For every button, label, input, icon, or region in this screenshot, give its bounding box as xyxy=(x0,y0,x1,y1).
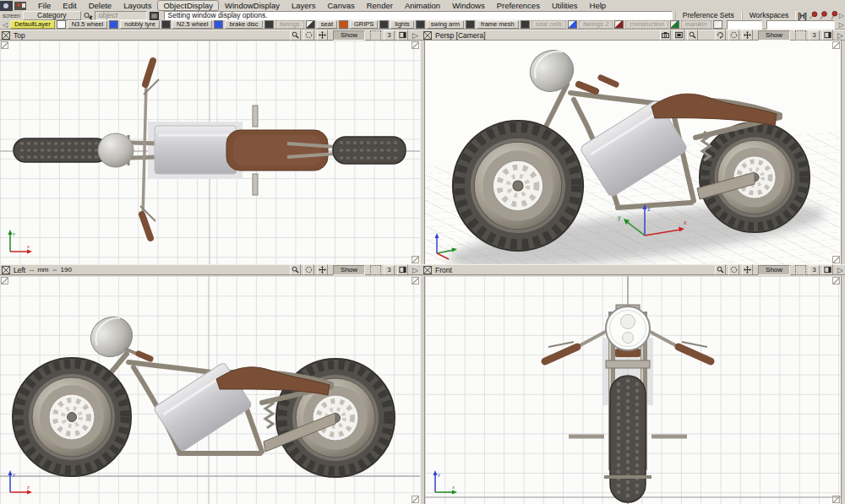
viewport-corner-handle[interactable] xyxy=(832,496,840,503)
pan-icon[interactable] xyxy=(317,264,328,275)
pan-icon[interactable] xyxy=(742,30,753,41)
layer-chip-fairings[interactable]: fairings xyxy=(275,20,304,29)
viewport-corner-handle[interactable] xyxy=(1,277,8,285)
layer-chip-nobbly-tyre[interactable]: nobbly tyre xyxy=(120,20,160,29)
three-button[interactable]: 3 xyxy=(384,265,395,275)
orbit-icon[interactable] xyxy=(728,264,739,275)
pin-icon[interactable] xyxy=(828,11,838,20)
viewport-corner-icon[interactable] xyxy=(423,31,432,40)
viewport-corner-handle[interactable] xyxy=(412,256,419,263)
orbit-icon[interactable] xyxy=(728,30,739,41)
display-set-button[interactable] xyxy=(370,265,381,275)
viewport-corner-handle[interactable] xyxy=(832,277,840,285)
three-button[interactable]: 3 xyxy=(384,30,395,41)
layer-extra-field[interactable] xyxy=(766,20,835,30)
viewport-splitter[interactable] xyxy=(420,276,425,504)
menu-objectdisplay[interactable]: ObjectDisplay xyxy=(157,0,219,11)
viewport-top[interactable]: z x xyxy=(0,41,420,264)
viewport-corner-handle[interactable] xyxy=(832,256,840,263)
three-button[interactable]: 3 xyxy=(809,30,820,41)
menu-canvas[interactable]: Canvas xyxy=(322,1,361,10)
zoom-icon[interactable] xyxy=(715,264,726,275)
layer-swatch[interactable] xyxy=(670,20,679,29)
hotkey-map-icon[interactable]: [H] xyxy=(796,12,808,20)
display-options-icon[interactable] xyxy=(150,12,159,20)
layer-chip-construction[interactable]: construction xyxy=(625,20,668,29)
viewport-splitter[interactable] xyxy=(420,41,425,264)
camera-icon[interactable] xyxy=(660,30,671,41)
layer-swatch[interactable] xyxy=(568,20,577,29)
viewport-corner-icon[interactable] xyxy=(423,266,432,274)
layer-chip-frame-mesh[interactable]: frame mesh xyxy=(477,20,519,29)
viewport-left[interactable]: y z xyxy=(0,276,420,504)
layer-chip-defaultlayer[interactable]: DefaultLayer xyxy=(10,20,55,29)
pane-icon[interactable] xyxy=(822,30,833,41)
layer-chip-seat-cells[interactable]: seat cells xyxy=(532,20,566,29)
popout-arrow[interactable]: ▷ xyxy=(408,31,420,40)
viewport-front[interactable]: y x xyxy=(425,276,841,504)
layer-chip-lights[interactable]: lights xyxy=(390,20,414,29)
popout-arrow[interactable]: ▷ xyxy=(833,266,845,274)
pin-icon[interactable] xyxy=(808,11,818,20)
pan-icon[interactable] xyxy=(742,264,753,275)
popout-arrow[interactable]: ▷ xyxy=(833,31,845,40)
layer-chip-brake-disc[interactable]: brake disc xyxy=(225,20,262,29)
popout-arrow[interactable]: ▷ xyxy=(408,266,420,274)
viewport-corner-handle[interactable] xyxy=(832,41,840,49)
viewport-corner-handle[interactable] xyxy=(412,41,419,49)
layers-scroll-right[interactable]: ▷ xyxy=(838,21,845,29)
display-set-button[interactable] xyxy=(370,30,381,41)
layer-swatch[interactable] xyxy=(339,20,348,29)
menu-preferences[interactable]: Preferences xyxy=(491,1,546,10)
menu-file[interactable]: File xyxy=(32,1,57,10)
layer-chip-n35-wheel[interactable]: N3.5 wheel xyxy=(68,20,108,29)
viewport-corner-icon[interactable] xyxy=(2,31,10,40)
three-button[interactable]: 3 xyxy=(809,265,820,275)
layer-name-field[interactable] xyxy=(727,20,762,30)
show-button[interactable]: Show xyxy=(758,30,790,41)
layer-swatch[interactable] xyxy=(416,20,425,29)
pin-icon[interactable] xyxy=(818,11,828,20)
rotate-view-icon[interactable] xyxy=(715,30,726,41)
menu-windows[interactable]: Windows xyxy=(446,1,491,10)
layer-swatch[interactable] xyxy=(109,20,118,29)
menu-help[interactable]: Help xyxy=(584,1,613,10)
viewport-corner-handle[interactable] xyxy=(412,277,419,285)
layer-swatch[interactable] xyxy=(306,20,315,29)
menu-animation[interactable]: Animation xyxy=(399,1,446,10)
object-field[interactable]: object xyxy=(95,11,147,20)
pane-icon[interactable] xyxy=(397,264,408,275)
pane-icon[interactable] xyxy=(822,264,833,275)
layer-swatch[interactable] xyxy=(713,20,722,29)
layer-swatch[interactable] xyxy=(379,20,389,29)
layers-scroll-left[interactable]: ◁ xyxy=(2,21,8,29)
menu-utilities[interactable]: Utilities xyxy=(546,1,584,10)
layer-chip-grips[interactable]: GRIPS xyxy=(350,20,378,29)
layer-swatch[interactable] xyxy=(214,20,223,29)
toolbar-popout-arrow[interactable]: ▷ xyxy=(838,12,845,19)
orbit-icon[interactable] xyxy=(303,30,314,41)
layer-swatch[interactable] xyxy=(57,20,66,29)
layer-swatch[interactable] xyxy=(161,20,171,29)
layer-swatch[interactable] xyxy=(521,20,530,29)
zoom-box-icon[interactable] xyxy=(687,30,698,41)
zoom-icon[interactable] xyxy=(290,264,301,275)
pan-icon[interactable] xyxy=(317,30,328,41)
layer-chip-manikin[interactable]: manikin xyxy=(681,20,711,29)
pane-icon[interactable] xyxy=(397,30,408,41)
layer-swatch[interactable] xyxy=(264,20,274,29)
pick-tool-icon[interactable] xyxy=(83,12,93,20)
workspaces-button[interactable]: Workspaces xyxy=(742,11,797,20)
menu-edit[interactable]: Edit xyxy=(57,1,82,10)
layer-chip-fairings-2[interactable]: fairings 2 xyxy=(579,20,613,29)
menu-windowdisplay[interactable]: WindowDisplay xyxy=(219,1,286,10)
viewport-corner-icon[interactable] xyxy=(2,266,10,274)
zoom-icon[interactable] xyxy=(290,30,301,41)
category-button[interactable]: Category xyxy=(23,11,81,20)
display-set-button[interactable] xyxy=(795,265,806,275)
show-button[interactable]: Show xyxy=(758,265,790,275)
layer-chip-seat[interactable]: seat xyxy=(317,20,337,29)
layer-swatch[interactable] xyxy=(614,20,624,29)
orbit-icon[interactable] xyxy=(303,264,314,275)
layer-swatch[interactable] xyxy=(466,20,475,29)
